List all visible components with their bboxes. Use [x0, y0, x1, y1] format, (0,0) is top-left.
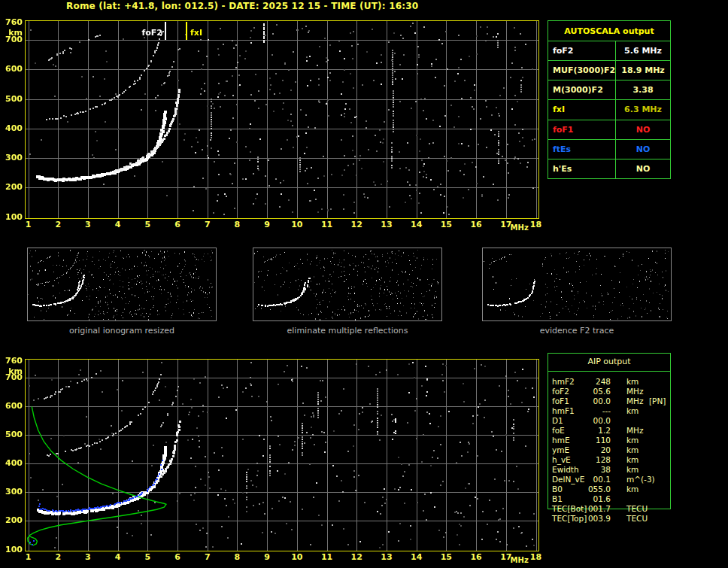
autoscala-param-value: 6.3 MHz	[616, 100, 670, 119]
thumbnail-1-canvas	[28, 248, 216, 320]
aip-param-label: foF1	[552, 396, 569, 406]
autoscala-param-label: M(3000)F2	[548, 80, 616, 99]
x-tick-label: 14	[408, 220, 425, 229]
thumbnail-1-label: original ionogram resized	[27, 326, 217, 336]
fof2-marker-label: foF2	[141, 29, 162, 38]
aip-param-unit: km	[626, 377, 639, 387]
aip-param-value: 1.2	[578, 426, 611, 436]
aip-param-label: hmF1	[552, 406, 575, 416]
y-tick-label: 500	[0, 430, 23, 439]
autoscala-table-header: AUTOSCALA output	[548, 21, 670, 41]
aip-param-unit: MHz	[626, 426, 643, 436]
aip-table-row: Ewidth38km	[548, 465, 671, 475]
aip-header-divider	[548, 371, 670, 372]
x-tick-label: 9	[259, 220, 275, 229]
autoscala-param-label: MUF(3000)F2	[548, 61, 616, 80]
aip-table-row: TEC[Top]003.9TECU	[548, 514, 671, 524]
x-tick-label: 8	[229, 220, 245, 229]
x-tick-label: 10	[289, 220, 305, 229]
top-ionogram-frame: foF2fxI	[25, 20, 539, 219]
aip-table-row: foF205.6MHz	[548, 387, 671, 396]
autoscala-table-row: fxI6.3 MHz	[548, 99, 670, 119]
autoscala-param-label: ftEs	[548, 140, 616, 159]
autoscala-table-row: h'EsNO	[548, 159, 670, 178]
x-tick-label: 6	[169, 553, 186, 562]
fxi-marker-label: fxI	[190, 29, 202, 38]
y-tick-label: 760	[0, 18, 23, 27]
aip-param-unit: km	[626, 445, 639, 455]
aip-param-value: 05.6	[578, 387, 611, 396]
aip-table-row: hmF1---km	[548, 406, 671, 416]
y-tick-label: 200	[0, 183, 23, 192]
aip-param-unit: km	[626, 436, 639, 445]
x-tick-label: 7	[199, 553, 216, 562]
autoscala-table-row: M(3000)F23.38	[548, 80, 670, 99]
x-tick-label: 13	[378, 553, 395, 562]
aip-table-row: hmE110km	[548, 436, 671, 445]
y-tick-label: 600	[0, 65, 23, 74]
station-date-time-title: Rome (lat: +41.8, lon: 012.5) - DATE: 20…	[66, 1, 418, 11]
x-tick-label: 3	[80, 553, 96, 562]
autoscala-param-value: 18.9 MHz	[616, 61, 670, 80]
x-tick-label: 9	[259, 553, 275, 562]
x-tick-label: 5	[139, 220, 156, 229]
y-tick-label: 400	[0, 459, 23, 468]
thumbnail-1	[27, 248, 217, 321]
autoscala-table-row: MUF(3000)F218.9 MHz	[548, 60, 670, 80]
thumbnail-2-canvas	[253, 248, 441, 320]
aip-table-header: AIP output	[548, 357, 671, 366]
y-tick-label: 300	[0, 488, 23, 497]
thumbnail-3-canvas	[483, 248, 671, 320]
x-tick-label: 11	[319, 220, 335, 229]
y-tick-label: 500	[0, 95, 23, 104]
aip-param-unit: TECU	[626, 514, 648, 524]
aip-param-extra: [PN]	[649, 396, 666, 406]
aip-table-row: foE1.2MHz	[548, 426, 671, 436]
aip-param-value: 003.9	[578, 514, 611, 524]
y-tick-label: 600	[0, 402, 23, 411]
aip-param-unit: MHz	[626, 396, 643, 406]
y-tick-label: 400	[0, 124, 23, 133]
x-tick-label: 10	[289, 553, 305, 562]
aip-table-row: B101.6	[548, 494, 671, 504]
y-axis-unit-label: km	[0, 29, 23, 38]
thumbnail-3-label: evidence F2 trace	[482, 326, 672, 336]
x-axis-unit-label: MHz	[508, 223, 532, 232]
aip-param-label: B0	[552, 484, 563, 494]
aip-param-unit: km	[626, 455, 639, 465]
x-tick-label: 6	[169, 220, 186, 229]
x-tick-label: 13	[378, 220, 395, 229]
aip-param-label: hmE	[552, 436, 570, 445]
aip-param-value: 055.0	[578, 484, 611, 494]
x-tick-label: 8	[229, 553, 245, 562]
x-tick-label: 16	[468, 220, 484, 229]
aip-param-value: 00.0	[578, 396, 611, 406]
aip-param-unit: m^(-3)	[626, 475, 655, 484]
aip-param-label: hmF2	[552, 377, 575, 387]
autoscala-param-label: foF1	[548, 120, 616, 139]
autoscala-output-table: AUTOSCALA outputfoF25.6 MHzMUF(3000)F218…	[548, 20, 671, 179]
aip-table-row: foF100.0MHz[PN]	[548, 396, 671, 406]
x-tick-label: 14	[408, 553, 425, 562]
x-tick-label: 4	[110, 553, 126, 562]
bottom-ionogram-frame	[25, 359, 539, 551]
x-tick-label: 1	[20, 553, 37, 562]
autoscala-table-row: foF25.6 MHz	[548, 41, 670, 60]
thumbnail-2	[253, 248, 442, 321]
y-tick-label: 100	[0, 545, 23, 554]
y-axis-unit-label: km	[0, 367, 23, 376]
y-tick-label: 300	[0, 153, 23, 163]
top-ionogram-canvas	[26, 21, 538, 218]
autoscala-param-value: NO	[616, 120, 670, 139]
aip-table-row: B0055.0km	[548, 484, 671, 494]
aip-param-label: B1	[552, 494, 563, 504]
aip-param-value: 01.6	[578, 494, 611, 504]
autoscala-param-value: NO	[616, 159, 670, 178]
aip-param-value: ---	[578, 406, 611, 416]
aip-param-value: 128	[578, 455, 611, 465]
aip-param-label: D1	[552, 416, 563, 426]
x-tick-label: 3	[80, 220, 96, 229]
aip-param-value: 00.1	[578, 475, 611, 484]
x-tick-label: 11	[319, 553, 335, 562]
autoscala-param-label: h'Es	[548, 159, 616, 178]
